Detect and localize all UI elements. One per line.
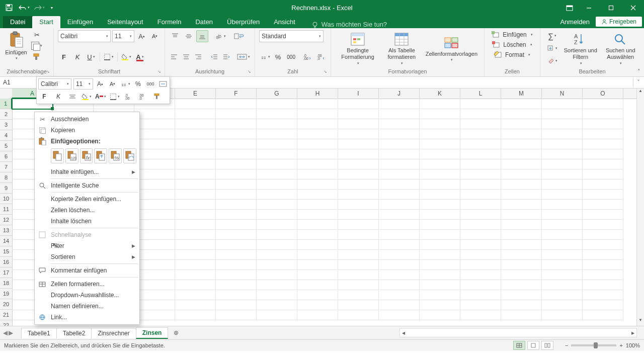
maximize-button[interactable] [600, 0, 622, 15]
cell-L13[interactable] [460, 219, 501, 230]
cell-H17[interactable] [297, 259, 338, 270]
ctx-format-cells[interactable]: Zellen formatieren... [35, 279, 139, 290]
cell-F10[interactable] [216, 189, 257, 200]
cell-J7[interactable] [379, 159, 420, 169]
cell-D4[interactable] [134, 129, 175, 139]
cell-N4[interactable] [542, 129, 583, 139]
cell-E18[interactable] [175, 269, 216, 280]
cell-I10[interactable] [338, 189, 379, 200]
undo-icon[interactable]: ▾ [18, 2, 30, 14]
row-header-15[interactable]: 15 [0, 246, 12, 257]
cell-M1[interactable] [501, 99, 542, 109]
row-header-19[interactable]: 19 [0, 289, 12, 299]
cell-E6[interactable] [175, 149, 216, 159]
copy-button[interactable]: ▾ [30, 41, 43, 50]
cell-F7[interactable] [216, 159, 257, 169]
cell-N8[interactable] [542, 169, 583, 179]
sheet-tab-2[interactable]: Tabelle2 [56, 328, 92, 338]
cell-J3[interactable] [379, 119, 420, 129]
row-header-16[interactable]: 16 [0, 257, 12, 267]
col-header-I[interactable]: I [338, 88, 379, 99]
cell-J10[interactable] [379, 189, 420, 200]
cell-F4[interactable] [216, 129, 257, 139]
new-sheet-button[interactable]: ⊕ [170, 327, 183, 338]
decrease-indent-button[interactable] [209, 51, 220, 63]
cell-O21[interactable] [583, 300, 623, 310]
cell-K8[interactable] [420, 169, 460, 179]
ribbon-display-options-icon[interactable] [561, 0, 578, 16]
cell-J6[interactable] [379, 149, 420, 159]
cell-K5[interactable] [420, 139, 460, 149]
cell-K4[interactable] [420, 129, 460, 139]
cell-O5[interactable] [583, 139, 623, 149]
cell-K20[interactable] [420, 290, 460, 300]
row-header-4[interactable]: 4 [0, 130, 12, 141]
accounting-format-button[interactable]: ⚏▾ [259, 51, 271, 63]
cell-G16[interactable] [257, 249, 297, 260]
cell-G12[interactable] [257, 209, 297, 220]
cell-F20[interactable] [216, 290, 257, 300]
cell-I12[interactable] [338, 209, 379, 220]
cell-L18[interactable] [460, 269, 501, 280]
cell-O2[interactable] [583, 109, 623, 119]
cell-F18[interactable] [216, 269, 257, 280]
cell-M12[interactable] [501, 209, 542, 220]
cell-K21[interactable] [420, 300, 460, 310]
increase-decimal-button[interactable]: ,0,00 [302, 51, 313, 63]
font-size-combo[interactable]: 11▾ [112, 30, 134, 42]
expand-formula-bar-button[interactable]: ˅ [633, 77, 644, 88]
cell-J4[interactable] [379, 129, 420, 139]
cell-M2[interactable] [501, 109, 542, 119]
cell-L12[interactable] [460, 209, 501, 220]
cell-L6[interactable] [460, 149, 501, 159]
cell-F2[interactable] [216, 109, 257, 119]
align-center-button[interactable] [181, 51, 192, 63]
mini-accounting[interactable]: ⚏▾ [120, 88, 131, 89]
format-as-table-button[interactable]: Als Tabelle formatieren▾ [380, 30, 423, 67]
decrease-decimal-button[interactable]: ,00,0 [315, 51, 327, 63]
cell-K22[interactable] [420, 310, 460, 320]
cell-H14[interactable] [297, 229, 338, 240]
mini-borders[interactable]: ▾ [109, 91, 121, 102]
cell-G11[interactable] [257, 199, 297, 210]
tab-start[interactable]: Start [32, 16, 60, 28]
mini-fill-color[interactable]: ▾ [80, 91, 93, 102]
cell-M22[interactable] [501, 310, 542, 320]
cell-L19[interactable] [460, 280, 501, 290]
row-header-17[interactable]: 17 [0, 267, 12, 278]
cell-O1[interactable] [583, 99, 623, 109]
ctx-filter[interactable]: Filter▶ [35, 240, 139, 251]
mini-inc-decimal[interactable]: ,0,00 [123, 91, 135, 102]
cell-L11[interactable] [460, 199, 501, 210]
cell-F6[interactable] [216, 149, 257, 159]
cell-K3[interactable] [420, 119, 460, 129]
ctx-link[interactable]: Link... [35, 312, 139, 323]
cell-M20[interactable] [501, 290, 542, 300]
cell-J9[interactable] [379, 179, 420, 190]
cell-G21[interactable] [257, 300, 297, 310]
cell-D19[interactable] [134, 280, 175, 290]
cell-D11[interactable] [134, 199, 175, 210]
mini-merge[interactable] [157, 88, 168, 89]
cell-E2[interactable] [175, 109, 216, 119]
cell-G2[interactable] [257, 109, 297, 119]
cell-N3[interactable] [542, 119, 583, 129]
cell-O11[interactable] [583, 199, 623, 210]
col-header-N[interactable]: N [542, 88, 583, 99]
cell-H9[interactable] [297, 179, 338, 190]
fill-button[interactable]: ▾ [544, 43, 560, 54]
cell-J15[interactable] [379, 239, 420, 250]
close-button[interactable] [622, 0, 644, 15]
cell-I4[interactable] [338, 129, 379, 139]
mini-comma[interactable]: 000 [145, 88, 156, 89]
underline-button[interactable]: U▾ [85, 51, 97, 63]
tab-ansicht[interactable]: Ansicht [267, 16, 302, 28]
cell-L3[interactable] [460, 119, 501, 129]
dialog-launcher-icon[interactable]: ↘ [44, 68, 51, 75]
ctx-copy[interactable]: Kopieren [35, 125, 139, 136]
cell-E7[interactable] [175, 159, 216, 169]
cell-G9[interactable] [257, 179, 297, 190]
cell-G19[interactable] [257, 280, 297, 290]
ctx-define-name[interactable]: Namen definieren... [35, 301, 139, 312]
cell-O14[interactable] [583, 229, 623, 240]
